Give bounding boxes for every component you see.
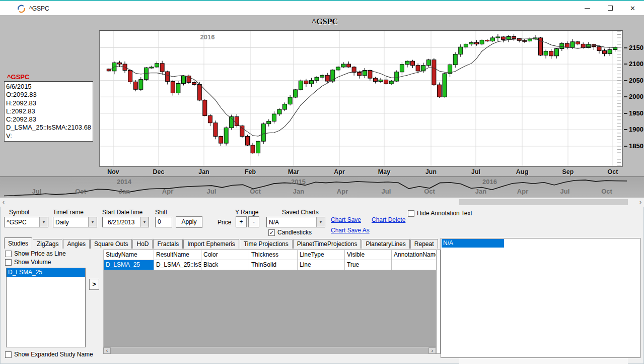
tab-hod[interactable]: HoD xyxy=(132,239,153,249)
overview-month-label: Jul xyxy=(376,188,396,195)
show-price-as-line-checkbox[interactable]: Show Price as Line xyxy=(5,250,66,257)
price-label: Price xyxy=(218,219,231,226)
grid-cell[interactable]: Line xyxy=(298,260,345,270)
tab-planetarylines[interactable]: PlanetaryLines xyxy=(362,239,409,249)
overview-year-label: 2014 xyxy=(117,178,131,186)
show-expanded-checkbox[interactable]: Show Expanded Study Name xyxy=(5,351,93,358)
grid-header-color[interactable]: Color xyxy=(201,250,249,260)
maximize-icon xyxy=(608,6,613,11)
title-bar: ^GSPC ✕ xyxy=(0,0,644,15)
apply-button[interactable]: Apply xyxy=(176,216,202,228)
timeframe-combobox[interactable]: Daily ▼ xyxy=(53,217,97,227)
grid-header-visible[interactable]: Visible xyxy=(345,250,392,260)
add-study-button[interactable]: > xyxy=(89,279,99,290)
tab-import-ephemeris[interactable]: Import Ephemeris xyxy=(183,239,239,249)
checkbox-empty xyxy=(5,251,12,257)
tab-square-outs[interactable]: Square Outs xyxy=(90,239,132,249)
scroll-right-icon[interactable]: › xyxy=(428,347,436,354)
shift-input[interactable]: 0 xyxy=(155,217,172,227)
timeframe-label: TimeFrame xyxy=(53,209,84,216)
grid-cell[interactable]: D_LSMA_25 xyxy=(104,260,154,270)
symbol-combobox[interactable]: ^GSPC ▼ xyxy=(4,217,48,227)
annotation-list-item[interactable]: N/A xyxy=(442,239,504,248)
y-tick-mark xyxy=(624,64,627,65)
saved-charts-value: N/A xyxy=(269,219,316,226)
start-datetime-label: Start DateTime xyxy=(102,209,142,216)
overview-month-label: Jan xyxy=(289,188,309,195)
saved-charts-combobox[interactable]: N/A ▼ xyxy=(266,217,325,227)
x-tick-label: Sep xyxy=(555,168,581,175)
x-tick-label: Jun xyxy=(418,168,444,175)
y-tick-mark xyxy=(624,146,627,147)
table-row[interactable]: D_LSMA_25D_LSMA_25::lsSMBlackThinSolidLi… xyxy=(104,260,437,270)
close-button[interactable]: ✕ xyxy=(621,1,644,15)
symbol-label: Symbol xyxy=(9,209,29,216)
grid-header-linetype[interactable]: LineType xyxy=(298,250,345,260)
minimize-button[interactable] xyxy=(576,1,599,15)
tab-time-projections[interactable]: Time Projections xyxy=(240,239,293,249)
grid-header-annotationname[interactable]: AnnotationName xyxy=(392,250,437,260)
chevron-down-icon[interactable]: ▼ xyxy=(316,217,325,227)
tab-repeat[interactable]: Repeat xyxy=(410,239,438,249)
chevron-down-icon[interactable]: ▼ xyxy=(140,217,149,227)
tab-studies[interactable]: Studies xyxy=(4,237,32,249)
candlestick-plot[interactable] xyxy=(99,30,623,167)
show-volume-label: Show Volume xyxy=(14,259,51,266)
chart-save-link[interactable]: Chart Save xyxy=(331,216,361,223)
hide-annotation-checkbox[interactable]: Hide Annotation Text xyxy=(408,210,472,217)
candlesticks-checkbox[interactable]: ✓ Candlesticks xyxy=(268,229,312,236)
candlesticks-checkbox-label: Candlesticks xyxy=(277,229,312,236)
study-list-item[interactable]: D_LSMA_25 xyxy=(7,268,85,277)
x-tick-label: Apr xyxy=(327,168,352,175)
plot-year-label: 2016 xyxy=(192,33,223,41)
annotation-listbox[interactable]: N/A xyxy=(441,238,640,358)
tab-planettimeprojections[interactable]: PlanetTimeProjections xyxy=(293,239,362,249)
y-tick-label: 2050 xyxy=(629,77,643,84)
tab-zigzags[interactable]: ZigZags xyxy=(33,239,62,249)
scroll-left-icon[interactable]: ‹ xyxy=(103,347,111,354)
overview-month-label: Oct xyxy=(245,188,265,195)
grid-cell[interactable]: True xyxy=(345,260,392,270)
show-volume-checkbox[interactable]: Show Volume xyxy=(5,259,51,266)
x-tick-label: Nov xyxy=(101,168,126,175)
study-listbox[interactable]: D_LSMA_25 xyxy=(6,268,86,347)
yrange-plus-button[interactable]: + xyxy=(236,216,247,227)
grid-header-row: StudyNameResultNameColorThicknessLineTyp… xyxy=(104,250,437,260)
start-datetime-value: 6/21/2013 xyxy=(108,219,139,226)
checkbox-empty xyxy=(5,351,12,358)
chevron-down-icon[interactable]: ▼ xyxy=(39,217,48,227)
chart-title: ^GSPC xyxy=(272,17,378,26)
chart-delete-link[interactable]: Chart Delete xyxy=(372,216,405,223)
quote-line: D_LSMA_25::lsSMA:2103.68 xyxy=(6,124,91,132)
overview-chart[interactable]: 201420152016 JulOctJanAprJulOctJanAprJul… xyxy=(0,176,644,198)
scroll-right-icon[interactable]: › xyxy=(637,198,643,206)
maximize-button[interactable] xyxy=(599,1,621,15)
grid-cell[interactable]: Black xyxy=(201,260,249,270)
chart-scrollbar[interactable]: ‹ › xyxy=(0,198,644,207)
grid-header-studyname[interactable]: StudyName xyxy=(104,250,154,260)
grid-horizontal-scrollbar[interactable]: ‹ › xyxy=(103,347,436,354)
grid-header-thickness[interactable]: Thickness xyxy=(249,250,298,260)
overview-month-label: Jan xyxy=(114,188,134,195)
overview-month-label: Jul xyxy=(201,188,222,195)
scroll-left-icon[interactable]: ‹ xyxy=(1,198,7,206)
yrange-minus-button[interactable]: - xyxy=(248,216,259,227)
grid-header-resultname[interactable]: ResultName xyxy=(154,250,201,260)
overview-year-label: 2015 xyxy=(291,178,306,186)
chevron-down-icon[interactable]: ▼ xyxy=(88,217,97,227)
grid-cell[interactable]: D_LSMA_25::lsSM xyxy=(154,260,201,270)
overview-month-label: Apr xyxy=(513,188,533,195)
chart-save-as-link[interactable]: Chart Save As xyxy=(331,227,370,234)
grid-cell[interactable]: ThinSolid xyxy=(249,260,298,270)
grid-vertical-scrollbar[interactable] xyxy=(436,250,441,354)
x-tick-label: Jan xyxy=(191,168,217,175)
overview-month-label: Apr xyxy=(332,188,352,195)
app-logo-icon xyxy=(17,5,26,13)
grid-cell[interactable] xyxy=(392,260,437,270)
start-datetime-combobox[interactable]: 6/21/2013 ▼ xyxy=(102,217,149,227)
chart-scrollbar-thumb[interactable] xyxy=(459,199,628,205)
overview-month-label: Apr xyxy=(158,188,178,195)
y-tick-label: 2100 xyxy=(629,60,643,68)
tab-angles[interactable]: Angles xyxy=(63,239,90,249)
tab-fractals[interactable]: Fractals xyxy=(153,239,183,249)
